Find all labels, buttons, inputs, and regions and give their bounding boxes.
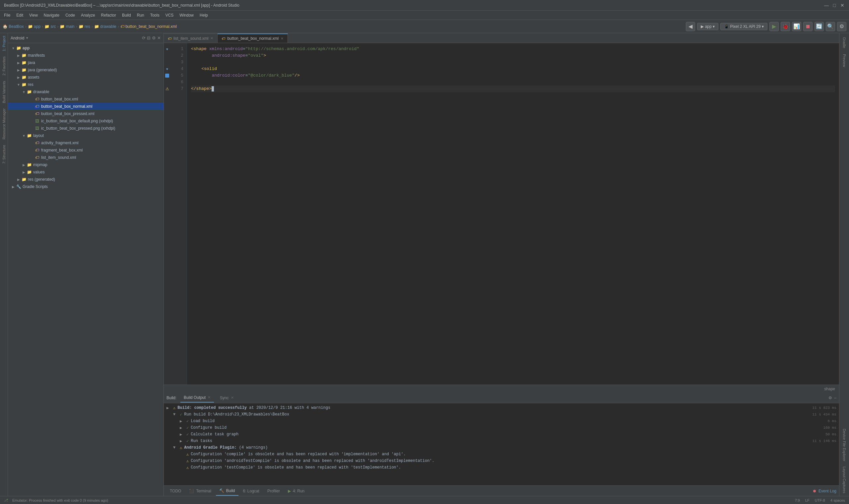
breadcrumb-file[interactable]: 🏷 button_beat_box_normal.xml [120,24,177,29]
collapse-task-arrow[interactable]: ▶ [180,432,184,437]
back-button[interactable]: ◀ [686,22,695,31]
tab-sync[interactable]: Sync ✕ [217,393,237,402]
collapse-gradle-plugin-arrow[interactable]: ▼ [173,445,178,450]
menu-help[interactable]: Help [197,12,211,18]
bottom-settings-icon[interactable]: ⚙ [828,396,832,400]
indent-label[interactable]: 4 spaces [830,498,845,502]
menu-tools[interactable]: Tools [148,12,162,18]
tab-build-output-close[interactable]: ✕ [207,395,211,399]
tree-item-app[interactable]: ▼ 📁 app [8,44,163,52]
tree-item-fragment-beat-box[interactable]: 🏷 fragment_beat_box.xml [8,147,163,154]
debug-button[interactable]: 🐞 [781,22,790,31]
menu-refactor[interactable]: Refactor [98,12,119,18]
tab-todo[interactable]: TODO [166,486,184,496]
build-line-task-graph[interactable]: ▶ ✓ Calculate task graph 50 ms [166,431,836,438]
profile-button[interactable]: 📊 [792,22,801,31]
stop-button[interactable]: ⏹ [803,22,813,31]
collapse-run-tasks-arrow[interactable]: ▶ [180,439,184,444]
build-line-gradle-plugin[interactable]: ▼ ⚠ Android Gradle Plugin: (4 warnings) [166,444,836,451]
encoding[interactable]: UTF-8 [815,498,825,502]
tree-item-drawable[interactable]: ▼ 📁 drawable [8,88,163,95]
tree-item-gradle[interactable]: ▶ 🔧 Gradle Scripts [8,183,163,190]
menu-run[interactable]: Run [134,12,147,18]
build-line-configure[interactable]: ▶ ✓ Configure build 160 ms [166,425,836,431]
tab-sync-close[interactable]: ✕ [231,396,234,400]
tab-close-1[interactable]: ✕ [210,36,213,40]
search-button[interactable]: 🔍 [826,22,835,31]
breadcrumb-app[interactable]: 📁 app [28,24,40,29]
settings-panel-icon[interactable]: ⚙ [152,35,156,40]
menu-view[interactable]: View [26,12,40,18]
menu-file[interactable]: File [1,12,13,18]
breadcrumb-beatbox[interactable]: 🏠 BeatBox [3,24,24,29]
tree-item-ic-pressed-png[interactable]: 🖼 ic_button_beat_box_pressed.png (xxhdpi… [8,125,163,132]
tab-button-beat-box-normal[interactable]: 🏷 button_beat_box_normal.xml ✕ [218,34,288,43]
maximize-button[interactable]: □ [832,3,837,8]
menu-window[interactable]: Window [177,12,196,18]
close-button[interactable]: ✕ [840,3,845,8]
tab-profiler[interactable]: Profiler [264,486,283,496]
breakpoint-icon[interactable] [165,74,169,77]
breadcrumb-res[interactable]: 📁 res [78,24,90,29]
collapse-build-arrow[interactable]: ▶ [166,406,171,411]
sidebar-right-preview[interactable]: Preview [842,51,847,70]
tree-item-assets[interactable]: ▶ 📁 assets [8,74,163,81]
tree-item-list-item-sound[interactable]: 🏷 list_item_sound.xml [8,154,163,161]
sidebar-right-gradle[interactable]: Gradle [842,35,847,51]
tree-item-java-generated[interactable]: ▶ 📁 java (generated) [8,66,163,74]
sidebar-tab-resource-manager[interactable]: Resource Manager [1,106,7,142]
collapse-icon[interactable]: ⊟ [147,35,150,40]
minimize-button[interactable]: — [824,3,829,8]
code-content[interactable]: <shape xmlns:android="http://schemas.and… [187,43,839,385]
build-line-load[interactable]: ▶ ✓ Load build 6 ms [166,418,836,425]
sync-icon[interactable]: ⟳ [142,35,146,40]
tab-terminal[interactable]: ⬛ Terminal [186,486,214,496]
tree-item-values[interactable]: ▶ 📁 values [8,168,163,176]
menu-build[interactable]: Build [120,12,134,18]
tree-item-btn-beatbox-xml[interactable]: 🏷 button_beat_box.xml [8,95,163,103]
breadcrumb-src[interactable]: 📁 src [44,24,56,29]
sync-button[interactable]: 🔄 [814,22,824,31]
tab-build[interactable]: 🔨 Build [216,486,238,496]
tree-item-btn-beatbox-normal-xml[interactable]: 🏷 button_beat_box_normal.xml [8,103,163,110]
collapse-load-arrow[interactable]: ▶ [180,419,184,424]
fold-icon-4[interactable]: ▼ [165,67,169,71]
tab-list-item-sound[interactable]: 🏷 list_item_sound.xml ✕ [164,34,218,43]
tree-item-btn-beatbox-pressed-xml[interactable]: 🏷 button_beat_box_pressed.xml [8,110,163,118]
line-ending[interactable]: LF [805,498,810,502]
device-selector[interactable]: 📱 Pixel 2 XL API 29 ▾ [720,23,767,30]
bottom-close-icon[interactable]: – [834,396,836,400]
sidebar-tab-project[interactable]: 1: Project [1,33,7,54]
run-button[interactable]: ▶ [770,22,779,31]
tree-item-activity-fragment[interactable]: 🏷 activity_fragment.xml [8,139,163,147]
collapse-run-build-arrow[interactable]: ▼ [173,412,178,417]
cursor-position[interactable]: 7:9 [795,498,800,502]
collapse-configure-arrow[interactable]: ▶ [180,426,184,430]
tree-item-java[interactable]: ▶ 📁 java [8,59,163,66]
panel-dropdown-icon[interactable]: ▾ [26,36,28,40]
settings-button[interactable]: ⚙ [837,22,846,31]
tree-item-ic-default-png[interactable]: 🖼 ic_button_beat_box_default.png (xxhdpi… [8,118,163,125]
close-panel-icon[interactable]: ✕ [157,35,161,40]
build-line-run-build[interactable]: ▼ ✓ Run build D:\Android\23_XMLDrawables… [166,411,836,418]
build-line-run-tasks[interactable]: ▶ ✓ Run tasks 11 s 146 ms [166,438,836,444]
breadcrumb-main[interactable]: 📁 main [60,24,74,29]
sidebar-tab-structure[interactable]: 7: Structure [1,142,7,166]
sidebar-right-device-file-explorer[interactable]: Device File Explorer [842,426,847,464]
breadcrumb-drawable[interactable]: 📁 drawable [94,24,116,29]
tree-item-mipmap[interactable]: ▶ 📁 mipmap [8,161,163,168]
tree-item-res-generated[interactable]: ▶ 📁 res (generated) [8,176,163,183]
sidebar-right-layout-captures[interactable]: Layout Captures [842,464,847,496]
tree-item-manifests[interactable]: ▶ 📁 manifests [8,52,163,59]
run-config-selector[interactable]: ▶ app ▾ [697,23,718,30]
event-log-label[interactable]: Event Log [818,489,836,493]
menu-code[interactable]: Code [63,12,78,18]
build-line-completed[interactable]: ▶ ⚠ Build: completed successfully at 202… [166,404,836,411]
tree-item-layout[interactable]: ▼ 📁 layout [8,132,163,139]
sidebar-tab-favorites[interactable]: 2: Favorites [1,54,7,78]
tab-run[interactable]: ▶ 4: Run [285,486,308,496]
tab-build-output[interactable]: Build Output ✕ [180,393,214,402]
tree-item-res[interactable]: ▼ 📁 res [8,81,163,88]
tab-logcat[interactable]: 6: Logcat [240,486,263,496]
fold-icon-1[interactable]: ▼ [165,48,169,51]
